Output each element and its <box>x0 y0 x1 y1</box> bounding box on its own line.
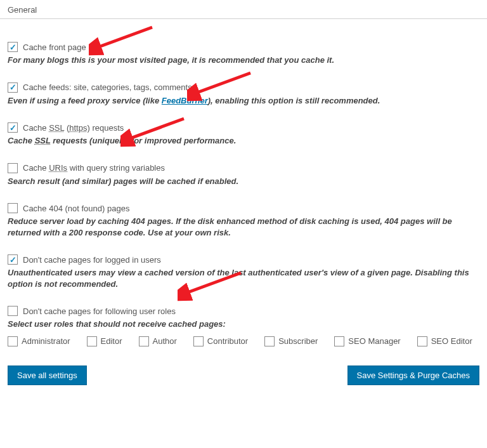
role-item-seo-manager: SEO Manager <box>334 336 400 346</box>
checkbox-role-editor[interactable] <box>87 336 97 346</box>
label-cache-front-page[interactable]: Cache front page <box>23 43 86 52</box>
option-cache-front-page: Cache front page For many blogs this is … <box>8 42 479 66</box>
label-role-administrator[interactable]: Administrator <box>22 336 70 346</box>
checkbox-role-subscriber[interactable] <box>264 336 275 346</box>
label-no-cache-logged-in[interactable]: Don't cache pages for logged in users <box>23 255 161 265</box>
role-item-author: Author <box>139 336 177 346</box>
checkbox-role-author[interactable] <box>139 336 149 346</box>
label-role-author[interactable]: Author <box>153 336 177 346</box>
role-item-administrator: Administrator <box>8 336 70 346</box>
checkbox-role-contributor[interactable] <box>193 336 204 346</box>
role-item-seo-editor: SEO Editor <box>417 336 472 346</box>
footer-buttons: Save all settings Save Settings & Purge … <box>8 366 479 385</box>
options-content: Cache front page For many blogs this is … <box>0 19 487 398</box>
label-cache-ssl[interactable]: Cache SSL (https) requests <box>23 123 124 133</box>
desc-cache-404: Reduce server load by caching 404 pages.… <box>8 216 479 238</box>
section-header: General <box>0 0 487 19</box>
role-item-contributor: Contributor <box>193 336 248 346</box>
desc-cache-uris-qs: Search result (and similar) pages will b… <box>8 176 479 187</box>
desc-cache-front-page: For many blogs this is your most visited… <box>8 55 479 66</box>
link-feedburner[interactable]: FeedBurner <box>162 96 208 105</box>
checkbox-role-seo-manager[interactable] <box>334 336 344 346</box>
checkbox-cache-front-page[interactable] <box>8 42 18 52</box>
label-cache-404[interactable]: Cache 404 (not found) pages <box>23 204 129 213</box>
checkbox-no-cache-roles[interactable] <box>8 306 18 316</box>
option-no-cache-roles: Don't cache pages for following user rol… <box>8 306 479 346</box>
role-item-subscriber: Subscriber <box>264 336 318 346</box>
desc-cache-feeds: Even if using a feed proxy service (like… <box>8 95 479 107</box>
label-cache-feeds[interactable]: Cache feeds: site, categories, tags, com… <box>23 82 192 92</box>
checkbox-role-administrator[interactable] <box>8 336 18 346</box>
checkbox-cache-404[interactable] <box>8 203 18 213</box>
label-role-subscriber[interactable]: Subscriber <box>278 336 318 346</box>
option-no-cache-logged-in: Don't cache pages for logged in users Un… <box>8 254 479 289</box>
checkbox-cache-feeds[interactable] <box>8 82 18 93</box>
label-role-seo-editor[interactable]: SEO Editor <box>431 336 472 346</box>
checkbox-cache-uris-qs[interactable] <box>8 163 18 173</box>
label-role-contributor[interactable]: Contributor <box>207 336 248 346</box>
desc-cache-ssl: Cache SSL requests (uniquely) for improv… <box>8 135 479 147</box>
save-all-button[interactable]: Save all settings <box>8 366 87 385</box>
label-no-cache-roles[interactable]: Don't cache pages for following user rol… <box>23 306 176 316</box>
desc-no-cache-roles: Select user roles that should not receiv… <box>8 319 479 330</box>
label-cache-uris-qs[interactable]: Cache URIs with query string variables <box>23 163 165 173</box>
option-cache-404: Cache 404 (not found) pages Reduce serve… <box>8 203 479 238</box>
roles-row: Administrator Editor Author Contributor … <box>8 336 479 346</box>
label-role-editor[interactable]: Editor <box>101 336 122 346</box>
checkbox-no-cache-logged-in[interactable] <box>8 254 18 265</box>
save-purge-button[interactable]: Save Settings & Purge Caches <box>347 366 480 385</box>
option-cache-uris-qs: Cache URIs with query string variables S… <box>8 163 479 187</box>
section-title: General <box>8 5 37 15</box>
checkbox-cache-ssl[interactable] <box>8 122 18 133</box>
option-cache-feeds: Cache feeds: site, categories, tags, com… <box>8 82 479 107</box>
role-item-editor: Editor <box>87 336 122 346</box>
label-role-seo-manager[interactable]: SEO Manager <box>348 336 400 346</box>
checkbox-role-seo-editor[interactable] <box>417 336 427 346</box>
option-cache-ssl: Cache SSL (https) requests Cache SSL req… <box>8 122 479 147</box>
desc-no-cache-logged-in: Unauthenticated users may view a cached … <box>8 267 479 289</box>
